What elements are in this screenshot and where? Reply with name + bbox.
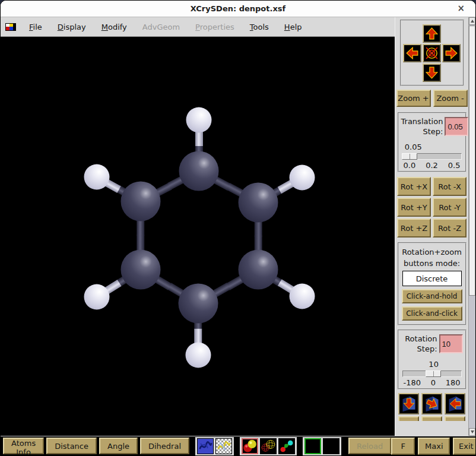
rotation-mode-frame: Rotation+zoom buttons mode: Discrete Cli… xyxy=(398,242,467,325)
solid-display-group xyxy=(303,437,341,455)
close-icon[interactable]: × xyxy=(457,3,465,14)
pad-center-button[interactable] xyxy=(423,44,441,62)
window-title: XCrySDen: denpot.xsf xyxy=(191,4,285,13)
scrollbar-thumb[interactable] xyxy=(469,26,475,296)
pad-down-button[interactable] xyxy=(423,64,441,82)
tick-label: 0.0 xyxy=(404,161,416,170)
ballstick-icon[interactable] xyxy=(278,438,295,454)
menu-tools[interactable]: Tools xyxy=(250,23,269,31)
rotate-buttons: Rot +XRot -XRot +YRot -YRot +ZRot -Z xyxy=(397,177,467,238)
app-logo-icon xyxy=(5,23,16,31)
solid-sphere-icon[interactable] xyxy=(304,438,321,454)
rotation-slider-value: 10 xyxy=(429,360,439,369)
tick-label: 0 xyxy=(431,378,436,387)
titlebar: XCrySDen: denpot.xsf × xyxy=(1,1,475,17)
rot-button-rot-y[interactable]: Rot -Y xyxy=(433,198,467,217)
measure-buttons: Atoms InfoDistanceAngleDihedral xyxy=(3,438,189,454)
wireframe-spheres-icon[interactable] xyxy=(260,438,277,454)
crystal-translate-buttons xyxy=(398,393,465,414)
scrollbar-down-icon[interactable] xyxy=(469,428,475,436)
menu-properties: Properties xyxy=(195,23,234,31)
carbon-atom[interactable] xyxy=(121,182,161,221)
rot-button-rot-z[interactable]: Rot -Z xyxy=(433,218,467,238)
maxi-button[interactable]: Maxi xyxy=(418,438,450,455)
rotation-mode-label: Rotation+zoom buttons mode: xyxy=(402,246,462,269)
rotation-slider-trough[interactable] xyxy=(402,370,462,377)
carbon-atom[interactable] xyxy=(179,151,219,191)
hydrogen-atom[interactable] xyxy=(84,284,110,310)
dihedral-button[interactable]: Dihedral xyxy=(140,438,189,454)
translation-step-label: Translation Step: xyxy=(401,116,445,137)
plane-arrow-left-button[interactable] xyxy=(445,393,465,414)
faceted-sphere-icon[interactable] xyxy=(323,438,339,454)
tick-label: 0.2 xyxy=(426,161,438,170)
control-panel: Zoom + Zoom - Translation Step: 0.05 xyxy=(395,17,468,436)
window-buttons: FMaxiExit xyxy=(391,438,476,455)
stickmodel-transparent-icon[interactable] xyxy=(215,438,232,454)
carbon-atom[interactable] xyxy=(239,183,278,223)
translation-slider-ticks: 0.00.20.5 xyxy=(401,161,463,170)
menu-file[interactable]: File xyxy=(29,23,42,31)
translation-step-entry[interactable] xyxy=(445,117,468,136)
menubar-items: FileDisplayModifyAdvGeomPropertiesToolsH… xyxy=(29,23,302,31)
panel-scrollbar[interactable] xyxy=(468,17,475,436)
translation-slider-value: 0.05 xyxy=(405,142,422,151)
menu-modify[interactable]: Modify xyxy=(101,23,127,31)
exit-button[interactable]: Exit xyxy=(453,438,476,455)
zoom-out-button[interactable]: Zoom - xyxy=(433,90,468,107)
hydrogen-atom[interactable] xyxy=(290,165,315,191)
click-and-click-button[interactable]: Click-and-click xyxy=(402,306,462,321)
bottom-toolbar: Atoms InfoDistanceAngleDihedral xyxy=(1,436,475,455)
hydrogen-atom[interactable] xyxy=(186,107,212,133)
carbon-atom[interactable] xyxy=(121,250,161,290)
translate-pad xyxy=(400,20,464,86)
rot-button-rot+y[interactable]: Rot +Y xyxy=(397,198,431,217)
render-canvas[interactable] xyxy=(1,37,395,436)
hydrogen-atom[interactable] xyxy=(84,164,110,190)
carbon-atom[interactable] xyxy=(179,284,218,324)
plane-arrow-down-button[interactable] xyxy=(398,393,419,414)
atoms-info-button[interactable]: Atoms Info xyxy=(3,438,44,454)
rotation-step-entry[interactable] xyxy=(439,334,463,353)
menu-display[interactable]: Display xyxy=(58,23,86,31)
translation-step-slider: 0.05 0.00.20.5 xyxy=(401,142,463,169)
pad-up-button[interactable] xyxy=(423,24,441,43)
rotation-mode-select[interactable]: Discrete xyxy=(402,271,462,286)
translation-slider-handle[interactable] xyxy=(402,153,417,160)
stickmodel-blue-icon[interactable] xyxy=(197,438,214,454)
hydrogen-atom[interactable] xyxy=(186,343,211,368)
rot-button-rot+z[interactable]: Rot +Z xyxy=(397,218,431,238)
translation-step-frame: Translation Step: 0.05 0.00.20.5 xyxy=(398,112,467,172)
rot-button-rot-x[interactable]: Rot -X xyxy=(433,177,467,196)
plane-arrow-right-button[interactable] xyxy=(421,393,442,414)
hydrogen-atom[interactable] xyxy=(290,284,315,309)
spacefill-icon[interactable] xyxy=(242,438,258,454)
menu-help[interactable]: Help xyxy=(284,23,302,31)
click-and-hold-button[interactable]: Click-and-hold xyxy=(402,289,462,303)
zoom-in-button[interactable]: Zoom + xyxy=(396,90,431,107)
rotation-step-frame: Rotation Step: 10 -1800180 xyxy=(398,330,467,390)
stick-display-group xyxy=(195,437,234,455)
sphere-display-group xyxy=(240,437,297,455)
rotation-step-label: Rotation Step: xyxy=(401,334,439,354)
translation-slider-trough[interactable] xyxy=(402,153,462,160)
clipped-button-row xyxy=(398,416,465,421)
tick-label: 180 xyxy=(446,378,461,387)
rotation-slider-ticks: -1800180 xyxy=(401,378,463,387)
f-button[interactable]: F xyxy=(391,438,415,455)
angle-button[interactable]: Angle xyxy=(99,438,138,454)
tick-label: 0.5 xyxy=(448,161,461,170)
reload-button: Reload xyxy=(348,438,391,454)
distance-button[interactable]: Distance xyxy=(46,438,97,454)
rotation-step-slider: 10 -1800180 xyxy=(401,360,463,386)
tick-label: -180 xyxy=(404,378,421,387)
xcrysden-window: XCrySDen: denpot.xsf × FileDisplayModify… xyxy=(0,0,476,456)
menu-advgeom: AdvGeom xyxy=(142,23,180,31)
menubar: FileDisplayModifyAdvGeomPropertiesToolsH… xyxy=(1,17,395,37)
rot-button-rot+x[interactable]: Rot +X xyxy=(397,177,431,196)
pad-left-button[interactable] xyxy=(403,44,421,62)
scrollbar-up-icon[interactable] xyxy=(469,17,475,25)
pad-right-button[interactable] xyxy=(442,44,461,62)
rotation-slider-handle[interactable] xyxy=(426,370,441,377)
carbon-atom[interactable] xyxy=(239,250,278,290)
